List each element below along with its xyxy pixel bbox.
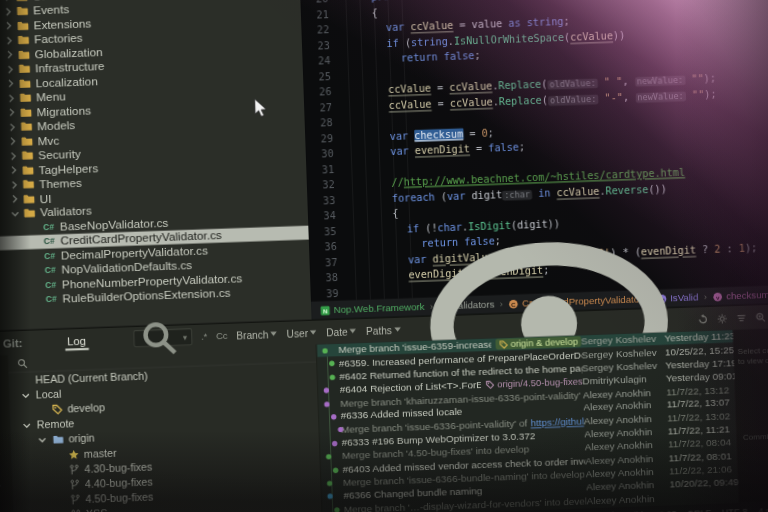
line-number: 27 (304, 100, 332, 116)
chevron-down-icon (350, 329, 357, 334)
folder-icon (19, 105, 32, 118)
photo-of-monitor: Bookmarks ControllersEventsExtensionsFac… (0, 0, 768, 512)
git-panel-title: Git: (3, 336, 23, 350)
commit-search-input[interactable]: ▾ (133, 328, 193, 347)
commit-link[interactable]: https://github.com/khairuzzaman/ (530, 416, 584, 429)
tree-item-label: Mvc (37, 133, 59, 147)
commit-date: Yesterday 17:19 (665, 357, 734, 370)
folder-icon (19, 91, 32, 104)
chevron-right-icon (5, 107, 17, 119)
commit-date: 11/7/22, 13:02 (667, 410, 736, 423)
svg-text:C#: C# (46, 294, 58, 304)
chevron-right-icon (4, 78, 16, 90)
update-icon[interactable] (0, 417, 1, 437)
refresh-icon[interactable] (697, 312, 709, 325)
branch-icon (69, 479, 81, 491)
branch-label: 4.50-bug-fixes (85, 491, 153, 505)
chevron-right-icon (7, 150, 19, 162)
tree-item-label: Security (38, 147, 81, 161)
chevron-down-icon (310, 330, 317, 335)
filter-paths[interactable]: Paths (366, 324, 401, 337)
folder-icon (17, 33, 30, 46)
zoom-icon[interactable] (755, 310, 767, 323)
folder-icon (21, 149, 34, 162)
svg-text:C#: C# (45, 265, 57, 275)
line-ending[interactable]: CRLF (687, 507, 711, 512)
chevron-right-icon (7, 164, 19, 176)
branch-label: XSS (86, 508, 108, 512)
commit-details-pane: Select commit to view details Commit (733, 327, 768, 502)
regex-toggle[interactable]: .* (201, 331, 208, 342)
line-number: 28 (305, 116, 333, 132)
branch-label: 4.30-bug-fixes (84, 461, 152, 475)
find-icon[interactable] (0, 504, 4, 512)
tree-item-label: Validators (40, 205, 92, 220)
chevron-down-icon (21, 420, 33, 432)
folder-icon (23, 207, 36, 220)
find-icon (0, 508, 4, 512)
ide-window: Bookmarks ControllersEventsExtensionsFac… (0, 0, 768, 512)
folder-icon (20, 120, 33, 133)
commit-graph-node (318, 383, 340, 397)
branch-icon (68, 464, 80, 476)
details-placeholder: Select commit to view details (738, 345, 768, 366)
commit-graph-node (321, 476, 343, 490)
zoom-icon (755, 311, 767, 323)
line-number: 22 (301, 23, 329, 39)
chevron-right-icon (6, 121, 18, 133)
csharp-file-icon: C# (42, 235, 56, 248)
tree-item-label: Migrations (36, 103, 91, 118)
commit-graph-node (317, 357, 339, 371)
folder-icon (16, 4, 29, 17)
commit-date: 10/20/22, 09:49 (669, 477, 738, 490)
tree-item-label: Menu (36, 90, 66, 104)
chevron-down-icon (9, 208, 21, 220)
line-number: 30 (306, 147, 334, 163)
commit-date: 11/7/22, 11:21 (668, 424, 737, 437)
search-icon (16, 357, 28, 369)
branch-label: 4.40-bug-fixes (85, 476, 153, 490)
details-secondary: Commit (743, 431, 768, 442)
commit-author: Alexey Anokhin (586, 492, 670, 506)
filter-date[interactable]: Date (326, 325, 356, 338)
delete-icon[interactable] (0, 446, 2, 466)
commit-graph-node (317, 343, 339, 357)
match-case-toggle[interactable]: Cc (216, 330, 228, 341)
branch-label: Remote (37, 418, 75, 431)
caret-position[interactable]: 20:25 (654, 508, 677, 512)
sort-icon (735, 312, 747, 324)
tree-item-label: Extensions (33, 17, 91, 32)
file-encoding[interactable]: UTF-8 (722, 506, 748, 512)
indent-setting[interactable]: 4 spaces (758, 504, 768, 512)
chevron-right-icon (3, 34, 15, 46)
csharp-file-icon: C# (42, 220, 56, 233)
chevron-right-icon (5, 92, 17, 104)
line-number: 23 (302, 38, 330, 54)
tree-item-label: TagHelpers (38, 161, 98, 176)
cherry-pick-icon[interactable] (0, 475, 3, 495)
tab-log[interactable]: Log (65, 331, 89, 350)
search-caret-icon: ▾ (183, 332, 188, 342)
line-number: 24 (302, 54, 330, 70)
commit-graph-node (318, 370, 340, 384)
filter-branch[interactable]: Branch (236, 328, 277, 341)
tag-icon (485, 380, 495, 390)
commit-date: Yesterday 11:23 (664, 331, 733, 344)
sort-icon[interactable] (735, 311, 747, 324)
line-number: 29 (305, 131, 333, 147)
line-number: 21 (301, 7, 329, 23)
branches-tree: HEAD (Current Branch)LocaldevelopRemoteo… (8, 344, 323, 512)
commit-date: 11/7/22, 08:04 (668, 437, 737, 450)
commit-date: 11/7/22, 13:07 (667, 397, 736, 410)
filter-user[interactable]: User (286, 327, 316, 340)
tree-item-label: Factories (34, 31, 83, 46)
commit-graph-node (319, 396, 341, 410)
gear-icon[interactable] (716, 312, 728, 325)
line-number: 31 (306, 162, 334, 178)
csharp-file-icon: C# (44, 292, 58, 305)
chevron-right-icon (6, 135, 18, 147)
commit-graph-node (320, 436, 342, 450)
commit-graph-node (319, 410, 341, 424)
commit-date: 10/25/22, 15:25 (665, 344, 734, 357)
tree-item-label: UI (39, 192, 51, 205)
